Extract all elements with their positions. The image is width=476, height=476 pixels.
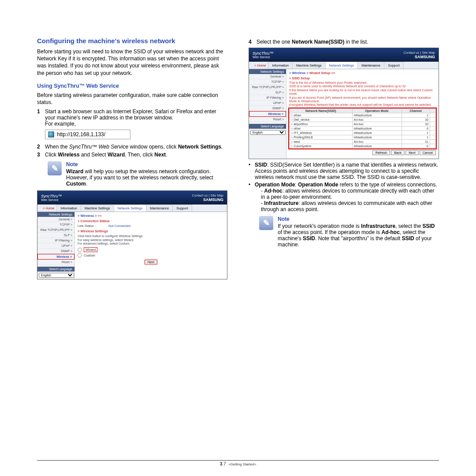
- side-raw[interactable]: Raw TCP/IP,LPR,IPP >: [37, 227, 74, 233]
- tab-home[interactable]: > Home: [40, 205, 57, 212]
- step-4-text: Select the one Network Name(SSID) in the…: [257, 39, 439, 45]
- note-icon: ✎: [48, 161, 62, 175]
- table-row[interactable]: ○ PrintingSWLBInfrastructure1: [290, 135, 436, 139]
- tab-machine-settings[interactable]: Machine Settings: [292, 62, 326, 69]
- ssid-hints: This is the list of Wireless Network you…: [289, 81, 436, 107]
- refresh-button[interactable]: Refresh: [372, 150, 390, 155]
- side-snmp[interactable]: SNMP >: [37, 249, 74, 254]
- app-meta: Contact us | Site Map: [192, 193, 223, 197]
- side-reset[interactable]: Reset >: [37, 260, 74, 265]
- table-row[interactable]: ○ Dell_deviceAd-hoc10: [290, 117, 436, 122]
- subintro: Before starting wireless parameter confi…: [37, 92, 227, 106]
- th-name: Network Name(SSID): [290, 108, 353, 113]
- table-row[interactable]: ○ airportthruAd-hoc10: [290, 122, 436, 126]
- section-conn-status: > Connection Status: [78, 219, 224, 223]
- section-ssid-setup: > SSID Setup: [289, 76, 436, 80]
- ssid-buttons: Refresh Back Next Cancel: [289, 149, 436, 157]
- note-label: Note: [278, 216, 439, 222]
- table-row[interactable]: ○ ColorSystemInfrastructure6: [290, 144, 436, 148]
- tab-network-settings[interactable]: Network Settings: [114, 205, 147, 212]
- note-1-text: Wizard will help you setup the wireless …: [66, 168, 227, 187]
- cancel-button[interactable]: Cancel: [420, 150, 436, 155]
- tab-support[interactable]: Support: [172, 205, 192, 212]
- note-1: ✎ Note Wizard will help you setup the wi…: [48, 161, 227, 187]
- screenshot-wizard: SyncThru™ Web Service Contact us | Site …: [37, 190, 227, 279]
- tab-information[interactable]: Information: [56, 205, 81, 212]
- tab-support[interactable]: Support: [384, 62, 403, 69]
- right-column: 4 Select the one Network Name(SSID) in t…: [249, 37, 439, 282]
- sidebar-lang-head: Select Language: [37, 267, 74, 271]
- th-mode: Operation Mode: [352, 108, 402, 113]
- tab-information[interactable]: Information: [268, 62, 293, 69]
- note-2-text: If your network's operation mode is Infr…: [278, 223, 439, 248]
- side-general[interactable]: General >: [249, 74, 286, 79]
- tab-maintenance[interactable]: Maintenance: [146, 205, 173, 212]
- breadcrumb: > Wireless > >>: [78, 214, 224, 218]
- side-ipfilter[interactable]: IP Filtering >: [249, 95, 286, 100]
- side-upnp[interactable]: UPnP >: [249, 100, 286, 106]
- table-row[interactable]: ○ westAd-hoc11: [290, 139, 436, 144]
- note-2: ✎ Note If your network's operation mode …: [259, 216, 439, 248]
- step-2-num: 2: [37, 144, 45, 150]
- language-select[interactable]: English: [39, 273, 74, 278]
- table-row[interactable]: ○ otherInfrastructure6: [290, 126, 436, 130]
- side-general[interactable]: General >: [37, 217, 74, 222]
- side-reset[interactable]: Reset >: [249, 117, 286, 122]
- globe-icon: [48, 131, 54, 138]
- app2-tabs: > Home Information Machine Settings Netw…: [249, 62, 439, 69]
- brand: SAMSUNG: [203, 197, 223, 202]
- tab-network-settings[interactable]: Network Settings: [325, 62, 358, 69]
- side-ipfilter[interactable]: IP Filtering >: [37, 238, 74, 243]
- step-1-text: Start a web browser such as Internet Exp…: [45, 108, 227, 142]
- app2-title: SyncThru™ Web Service: [253, 51, 274, 59]
- link-status: Link Status : Not Connected: [78, 224, 224, 228]
- language-select[interactable]: English: [250, 130, 286, 135]
- step-2-text: When the SyncThru™ Web Service window op…: [45, 144, 227, 150]
- side-slp[interactable]: SLP >: [249, 90, 286, 95]
- table-row[interactable]: ○ ITT_WirelessInfrastructure1: [290, 130, 436, 135]
- radio-wizard[interactable]: Wizard: [78, 247, 224, 253]
- sub-adhoc: - Ad-hoc: allows wireless devices to com…: [261, 188, 439, 200]
- wizard-blurb: Click Next button to configure Wireless …: [78, 234, 224, 245]
- radio-custom[interactable]: Custom: [78, 253, 224, 258]
- side-upnp[interactable]: UPnP >: [37, 243, 74, 249]
- side-snmp[interactable]: SNMP >: [249, 106, 286, 111]
- app2-meta: Contact us | Site Map: [403, 51, 435, 55]
- step-3-text: Click Wireless and Select Wizard. Then, …: [45, 152, 227, 158]
- table-row[interactable]: ○ sthaoInfrastructure1: [290, 113, 436, 117]
- url-text: http://192,168,1,133/: [57, 131, 105, 138]
- intro: Before starting you will need to know th…: [37, 48, 227, 77]
- side-tcpip[interactable]: TCP/IP >: [37, 222, 74, 227]
- tab-maintenance[interactable]: Maintenance: [357, 62, 384, 69]
- ssid-table: Network Name(SSID) Operation Mode Channe…: [289, 108, 436, 149]
- side-tcpip[interactable]: TCP/IP >: [249, 79, 286, 85]
- subheading: Using SyncThru™ Web Service: [37, 83, 227, 89]
- next-button[interactable]: Next: [405, 150, 418, 155]
- back-button[interactable]: Back: [391, 150, 405, 155]
- note-icon: ✎: [259, 216, 273, 230]
- sidebar-head: Network Settings: [249, 69, 286, 74]
- left-column: Configuring the machine's wireless netwo…: [37, 37, 227, 282]
- side-slp[interactable]: SLP >: [37, 233, 74, 238]
- section-wireless-settings: > Wireless Settings: [78, 229, 224, 233]
- page-title: Configuring the machine's wireless netwo…: [37, 37, 227, 45]
- next-button[interactable]: Next: [145, 260, 157, 264]
- sidebar-lang-head: Select Language: [249, 124, 286, 129]
- side-wireless[interactable]: Wireless >: [249, 111, 286, 117]
- app-tabs: > Home Information Machine Settings Netw…: [37, 205, 227, 212]
- breadcrumb: > Wireless > Wizard Setup >>: [289, 71, 436, 75]
- bullet-opmode: Operation Mode: Operation Mode refers to…: [249, 182, 439, 212]
- tab-home[interactable]: > Home: [252, 62, 268, 69]
- step-1-num: 1: [37, 108, 45, 142]
- th-channel: Channel: [402, 108, 430, 113]
- app-title: SyncThru™ Web Service: [41, 194, 62, 201]
- step-3-num: 3: [37, 152, 45, 158]
- bullet-ssid: SSID: SSID(Service Set Identifier) is a …: [249, 162, 439, 180]
- tab-machine-settings[interactable]: Machine Settings: [81, 205, 114, 212]
- note-label: Note: [66, 161, 227, 167]
- side-raw[interactable]: Raw TCP/IP,LPR,IPP >: [249, 85, 286, 90]
- page-footer: 3.7 <Getting Started>: [0, 460, 476, 466]
- brand: SAMSUNG: [415, 55, 435, 59]
- sub-infra: - Infrastructure: allows wireless device…: [261, 200, 439, 212]
- side-wireless[interactable]: Wireless >: [37, 254, 74, 260]
